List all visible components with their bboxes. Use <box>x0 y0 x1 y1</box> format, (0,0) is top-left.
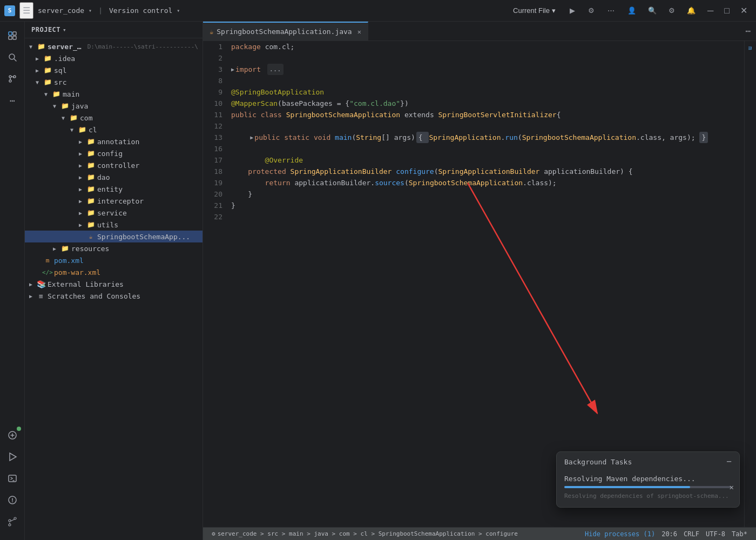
tree-item-controller[interactable]: ▶ 📁 controller <box>25 159 202 171</box>
tree-label-src: src <box>54 78 66 86</box>
maven-icon: m <box>43 256 52 265</box>
tree-label-main: main <box>63 90 79 98</box>
version-control-arrow[interactable]: ▾ <box>177 8 180 14</box>
position-label: 20:6 <box>662 530 677 538</box>
hide-processes-button[interactable]: Hide processes (1) <box>582 530 658 538</box>
tree-item-idea[interactable]: ▶ 📁 .idea <box>25 52 202 64</box>
hide-processes-label: Hide processes (1) <box>585 530 655 538</box>
folder-icon: 📁 <box>52 90 60 98</box>
window-controls: ─ □ ✕ <box>703 3 752 18</box>
svg-rect-0 <box>9 32 12 35</box>
tree-item-service[interactable]: ▶ 📁 service <box>25 207 202 219</box>
folder-icon: 📁 <box>86 149 95 158</box>
search-button[interactable]: 🔍 <box>644 4 661 17</box>
activity-run-icon[interactable] <box>3 447 22 467</box>
tab-more-button[interactable]: ⋯ <box>740 22 756 40</box>
code-line-12 <box>231 120 740 132</box>
svg-rect-3 <box>13 36 16 39</box>
svg-rect-2 <box>9 36 12 39</box>
status-bar: ⚙ server_code > src > main > java > com … <box>203 527 756 540</box>
tab-springboot[interactable]: ☕ SpringbootSchemaApplication.java ✕ <box>203 22 368 40</box>
hamburger-button[interactable]: ☰ <box>19 2 33 19</box>
xml-icon: </> <box>43 268 52 276</box>
activity-ai-icon[interactable] <box>3 426 22 445</box>
progress-close-button[interactable]: ✕ <box>730 483 734 491</box>
code-line-2 <box>231 52 740 64</box>
run-button[interactable]: ▶ <box>565 4 579 17</box>
more-options-button[interactable]: ⋯ <box>603 4 619 17</box>
right-panel: m <box>744 41 756 540</box>
activity-terminal-icon[interactable] <box>3 469 22 488</box>
progress-bar-fill <box>564 486 690 488</box>
title-bar-left: S ☰ server_code ▾ | Version control ▾ <box>4 2 503 19</box>
tree-expand-arrow: ▼ <box>29 44 36 50</box>
notifications-button[interactable]: 🔔 <box>683 4 700 17</box>
tree-item-scratches[interactable]: ▶ ≡ Scratches and Consoles <box>25 290 202 302</box>
tree-item-main[interactable]: ▼ 📁 main <box>25 88 202 100</box>
bg-tasks-minimize-button[interactable]: − <box>726 457 732 466</box>
tree-item-cl[interactable]: ▼ 📁 cl <box>25 124 202 136</box>
tree-label-external-libraries: External Libraries <box>48 280 124 288</box>
tree-label-dao: dao <box>97 173 110 181</box>
tree-item-server-code[interactable]: ▼ 📁 server_code D:\main------\satri-----… <box>25 40 202 52</box>
current-file-button[interactable]: Current File ▾ <box>508 4 561 17</box>
tree-item-main-class[interactable]: ▶ ☕ SpringbootSchemaApp... <box>25 231 202 242</box>
fold-arrow-main[interactable]: ▶ <box>250 132 253 143</box>
tree-item-java[interactable]: ▼ 📁 java <box>25 100 202 112</box>
sidebar-header: Project ▾ <box>25 22 202 38</box>
folder-icon: 📁 <box>37 42 45 51</box>
tree-label-server-code: server_code <box>48 43 84 51</box>
tree-item-config[interactable]: ▶ 📁 config <box>25 147 202 159</box>
project-dropdown-arrow[interactable]: ▾ <box>89 8 92 14</box>
tab-close-button[interactable]: ✕ <box>357 28 361 36</box>
tree-label-annotation: annotation <box>97 138 139 146</box>
tree-item-resources[interactable]: ▶ 📁 resources <box>25 242 202 254</box>
folder-icon: 📁 <box>78 125 86 134</box>
status-position[interactable]: 20:6 <box>658 530 680 538</box>
title-bar-center: Current File ▾ ▶ ⚙ ⋯ <box>508 4 619 17</box>
title-bar-right: 👤 🔍 ⚙ 🔔 ─ □ ✕ <box>623 3 752 18</box>
account-button[interactable]: 👤 <box>623 4 640 17</box>
folder-icon: 📁 <box>86 137 95 146</box>
tree-item-dao[interactable]: ▶ 📁 dao <box>25 171 202 183</box>
fold-arrow-import[interactable]: ▶ <box>231 64 234 75</box>
tree-item-utils[interactable]: ▶ 📁 utils <box>25 219 202 231</box>
activity-search-icon[interactable] <box>3 48 22 67</box>
status-encoding[interactable]: UTF-8 <box>703 530 728 538</box>
status-line-ending[interactable]: CRLF <box>680 530 703 538</box>
bg-tasks-body: Resolving Maven dependencies... ✕ Resolv… <box>557 470 739 507</box>
activity-more-icon[interactable]: ⋯ <box>3 91 22 110</box>
tree-item-com[interactable]: ▼ 📁 com <box>25 112 202 124</box>
tree-item-external-libraries[interactable]: ▶ 📚 External Libraries <box>25 278 202 290</box>
maximize-button[interactable]: □ <box>720 3 734 18</box>
bg-tasks-popup: Background Tasks − Resolving Maven depen… <box>556 451 740 508</box>
activity-git-icon[interactable] <box>3 512 22 531</box>
folder-icon: 📁 <box>86 161 95 170</box>
tree-item-pom-war-xml[interactable]: ▶ </> pom-war.xml <box>25 266 202 278</box>
settings-button[interactable]: ⚙ <box>664 4 679 17</box>
tree-item-sql[interactable]: ▶ 📁 sql <box>25 64 202 76</box>
minimap-icon[interactable]: m <box>747 43 754 53</box>
tree-item-entity[interactable]: ▶ 📁 entity <box>25 183 202 195</box>
activity-problems-icon[interactable] <box>3 490 22 510</box>
folder-icon: 📁 <box>86 220 95 229</box>
tree-label-controller: controller <box>97 161 139 170</box>
tree-label-resources: resources <box>71 245 109 253</box>
tree-item-annotation[interactable]: ▶ 📁 annotation <box>25 136 202 147</box>
project-name: server_code <box>38 6 84 15</box>
minimize-button[interactable]: ─ <box>703 3 718 18</box>
debug-button[interactable]: ⚙ <box>584 4 599 17</box>
activity-project-icon[interactable] <box>3 26 22 45</box>
sidebar-content: ▼ 📁 server_code D:\main------\satri-----… <box>25 38 202 540</box>
folder-icon: 📁 <box>60 244 69 253</box>
tree-label-java: java <box>71 102 88 110</box>
status-indent[interactable]: Tab* <box>728 530 751 538</box>
close-button[interactable]: ✕ <box>736 3 752 18</box>
tree-item-src[interactable]: ▼ 📁 src <box>25 76 202 88</box>
code-line-1: package com.cl; <box>231 41 740 52</box>
tree-item-interceptor[interactable]: ▶ 📁 interceptor <box>25 195 202 207</box>
code-line-20: } <box>231 188 740 200</box>
breadcrumb-icon: ⚙ <box>212 530 215 537</box>
tree-item-pom-xml[interactable]: ▶ m pom.xml <box>25 254 202 266</box>
activity-vcs-icon[interactable] <box>3 69 22 89</box>
